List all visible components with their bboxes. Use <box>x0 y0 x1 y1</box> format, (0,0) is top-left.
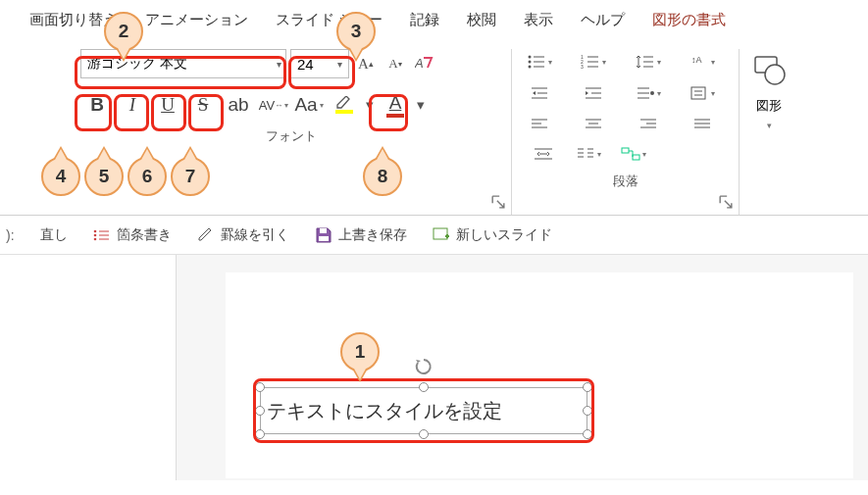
svg-point-26 <box>650 91 654 95</box>
font-dialog-launcher[interactable] <box>491 195 505 209</box>
group-paragraph-label: 段落 <box>522 173 729 190</box>
clear-formatting-button[interactable]: A <box>412 51 437 76</box>
align-right-button[interactable] <box>631 112 666 137</box>
svg-rect-50 <box>622 148 629 153</box>
tab-animation[interactable]: アニメーション <box>145 11 248 29</box>
svg-point-3 <box>529 61 532 64</box>
align-text-button[interactable]: ▾ <box>685 80 720 106</box>
shapes-label: 図形 <box>756 97 782 115</box>
tab-transitions[interactable]: 画面切り替え <box>29 11 118 29</box>
change-case-button[interactable]: Aa▾ <box>292 88 326 122</box>
new-slide-icon <box>433 227 450 243</box>
underline-button[interactable]: U <box>151 88 184 122</box>
bullets-icon <box>93 228 111 242</box>
numbering-button[interactable]: 123▾ <box>576 49 611 74</box>
text-direction-button[interactable]: ↕A▾ <box>685 49 720 74</box>
font-color-dropdown[interactable]: ▾ <box>414 92 428 118</box>
align-left-button[interactable] <box>522 112 557 137</box>
increase-font-size-button[interactable]: A▴ <box>353 51 379 76</box>
resize-handle[interactable] <box>255 406 265 416</box>
highlight-color-dropdown[interactable]: ▾ <box>363 92 377 118</box>
tab-slideshow[interactable]: スライド ショー <box>276 11 383 29</box>
group-paragraph: ▾ 123▾ ▾ ↕A▾ ▾ ▾ ▾ ▾ 段落 <box>512 49 740 215</box>
align-center-button[interactable] <box>576 112 611 137</box>
chevron-down-icon: ▾ <box>277 59 281 70</box>
qat-redo[interactable]: 直し <box>40 226 68 244</box>
font-name-value: 游ゴシック 本文 <box>87 55 187 73</box>
chevron-down-icon: ▾ <box>337 59 342 70</box>
tab-help[interactable]: ヘルプ <box>581 11 625 29</box>
tab-shape-format[interactable]: 図形の書式 <box>652 11 726 29</box>
resize-handle[interactable] <box>583 382 592 392</box>
chevron-down-icon: ▾ <box>767 121 772 130</box>
bold-button[interactable]: B <box>80 88 114 122</box>
tab-record[interactable]: 記録 <box>410 11 439 29</box>
font-color-icon: A <box>389 92 402 114</box>
italic-button[interactable]: I <box>116 88 149 122</box>
svg-text:↕A: ↕A <box>691 55 702 65</box>
resize-handle[interactable] <box>255 382 265 392</box>
slide <box>226 272 853 478</box>
convert-smartart-button[interactable]: ▾ <box>616 141 651 167</box>
columns-button[interactable]: ▾ <box>571 141 606 167</box>
svg-point-56 <box>93 233 96 236</box>
font-size-dropdown[interactable]: 24 ▾ <box>290 49 349 78</box>
svg-point-1 <box>529 56 532 59</box>
rotate-handle[interactable] <box>414 357 434 381</box>
font-color-button[interactable]: A <box>379 88 412 122</box>
decrease-indent-button[interactable] <box>522 80 557 106</box>
paragraph-dialog-launcher[interactable] <box>719 195 733 209</box>
resize-handle[interactable] <box>583 429 592 439</box>
svg-point-53 <box>765 65 785 84</box>
svg-point-54 <box>93 229 96 232</box>
font-size-value: 24 <box>297 56 314 73</box>
tab-review[interactable]: 校閲 <box>467 11 496 29</box>
textbox-content: テキストにスタイルを設定 <box>267 398 502 424</box>
sort-button[interactable]: ▾ <box>631 80 666 106</box>
resize-handle[interactable] <box>583 406 592 416</box>
svg-text:3: 3 <box>581 64 584 70</box>
svg-rect-27 <box>691 87 705 99</box>
selected-textbox[interactable]: テキストにスタイルを設定 <box>260 387 587 434</box>
editor-area <box>0 255 868 480</box>
svg-point-58 <box>93 237 96 240</box>
quick-access-toolbar: ): 直し 箇条書き 罫線を引く 上書き保存 新しいスライド <box>0 216 868 255</box>
highlighter-icon <box>335 96 353 110</box>
decrease-font-size-button[interactable]: A▾ <box>383 51 408 76</box>
group-font: 游ゴシック 本文 ▾ 24 ▾ A▴ A▾ A B I U S ab AV↔▾ … <box>71 49 512 215</box>
slide-canvas[interactable] <box>177 255 868 480</box>
resize-handle[interactable] <box>419 429 429 439</box>
justify-button[interactable] <box>685 112 720 137</box>
svg-point-5 <box>529 66 532 69</box>
ribbon-tabs: 画面切り替え アニメーション スライド ショー 記録 校閲 表示 ヘルプ 図形の… <box>0 0 868 39</box>
insert-shape-button[interactable] <box>749 53 789 91</box>
character-spacing-button[interactable]: AV↔▾ <box>257 88 290 122</box>
font-name-dropdown[interactable]: 游ゴシック 本文 ▾ <box>80 49 286 78</box>
svg-rect-62 <box>434 228 447 239</box>
highlight-swatch <box>335 110 353 114</box>
svg-rect-60 <box>320 228 327 233</box>
pencil-icon <box>197 228 215 242</box>
resize-handle[interactable] <box>255 429 265 439</box>
save-icon <box>315 227 332 243</box>
slide-thumbnail-pane[interactable] <box>0 255 177 480</box>
ribbon: 游ゴシック 本文 ▾ 24 ▾ A▴ A▾ A B I U S ab AV↔▾ … <box>0 39 868 216</box>
line-spacing-button[interactable]: ▾ <box>631 49 666 74</box>
distribute-button[interactable] <box>526 141 561 167</box>
bullets-button[interactable]: ▾ <box>522 49 557 74</box>
increase-indent-button[interactable] <box>576 80 611 106</box>
qat-bullets[interactable]: 箇条書き <box>93 226 172 244</box>
font-color-swatch <box>386 114 404 118</box>
svg-text:A: A <box>415 56 424 71</box>
highlight-color-button[interactable] <box>328 88 361 122</box>
qat-borders[interactable]: 罫線を引く <box>197 226 289 244</box>
qat-new-slide[interactable]: 新しいスライド <box>433 226 552 244</box>
group-shapes: 図形 ▾ <box>740 49 798 215</box>
svg-rect-51 <box>633 155 639 160</box>
qat-save[interactable]: 上書き保存 <box>315 226 407 244</box>
strikethrough-button[interactable]: S <box>186 88 220 122</box>
tab-view[interactable]: 表示 <box>524 11 553 29</box>
text-shadow-button[interactable]: ab <box>222 88 255 122</box>
resize-handle[interactable] <box>419 382 429 392</box>
svg-rect-61 <box>319 236 329 241</box>
